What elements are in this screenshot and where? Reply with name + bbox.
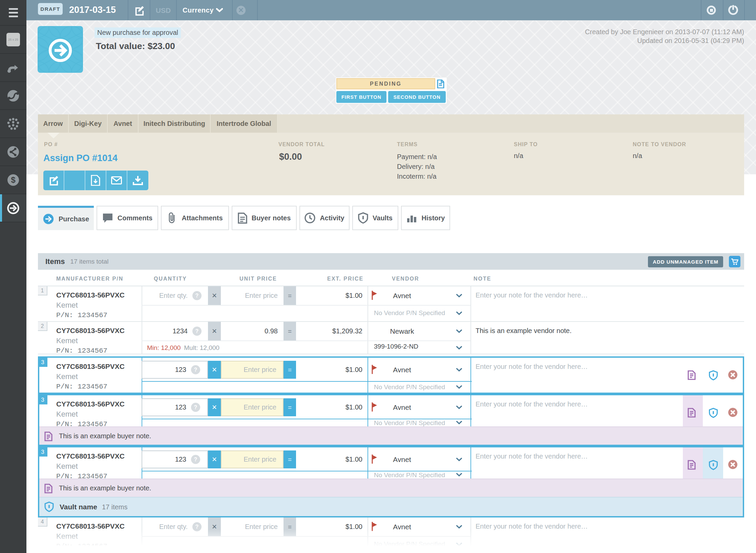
- svg-text:$: $: [11, 175, 16, 184]
